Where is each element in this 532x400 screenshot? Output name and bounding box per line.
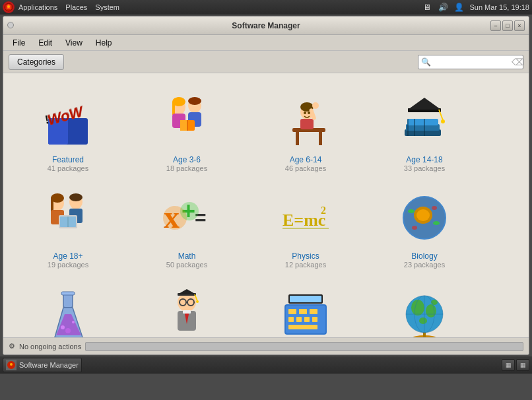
status-text: No ongoing actions — [19, 343, 81, 350]
electronics-icon — [276, 284, 335, 337]
chemistry-icon — [38, 284, 98, 337]
svg-marker-31 — [408, 98, 441, 110]
category-age614[interactable]: Age 6-14 46 packages — [246, 84, 365, 180]
age36-name: Age 3-6 — [173, 155, 201, 164]
volume-icon: 🔊 — [438, 2, 448, 13]
svg-rect-80 — [183, 310, 191, 314]
svg-rect-86 — [288, 317, 294, 322]
category-geography[interactable]: Geography 14 packages — [365, 277, 484, 337]
categories-button[interactable]: Categories — [9, 54, 64, 70]
category-age18plus[interactable]: Age 18+ 19 packages — [9, 180, 127, 277]
svg-point-60 — [433, 221, 440, 225]
taskbar-app-label: Software Manager — [19, 361, 79, 369]
age36-icon — [157, 92, 216, 151]
svg-rect-85 — [310, 309, 317, 314]
svg-rect-67 — [61, 292, 75, 295]
svg-rect-92 — [290, 296, 321, 302]
taskbar-top: Applications Places System 🖥 🔊 👤 Sun Mar… — [0, 0, 532, 15]
svg-point-12 — [188, 97, 201, 105]
category-chemistry[interactable]: Chemistry 15 packages — [9, 277, 127, 337]
category-math[interactable]: x + = Math 50 packages — [127, 180, 246, 277]
age18plus-count: 19 packages — [48, 261, 88, 269]
svg-rect-89 — [312, 317, 317, 322]
svg-point-96 — [411, 300, 424, 316]
physics-name: Physics — [292, 251, 319, 261]
svg-point-59 — [408, 209, 415, 213]
search-box[interactable]: 🔍 ⌫ — [418, 55, 523, 69]
window-minimize-btn[interactable]: − — [490, 20, 501, 31]
menubar: File Edit View Help — [3, 35, 529, 51]
statusbar: ⚙ No ongoing actions — [3, 337, 529, 354]
category-age36[interactable]: Age 3-6 18 packages — [127, 84, 246, 180]
svg-point-51 — [180, 202, 199, 220]
status-progress-bar — [85, 342, 523, 351]
age614-icon — [276, 92, 335, 151]
search-clear-icon[interactable]: ⌫ — [512, 57, 525, 67]
desktop-btn-1[interactable]: ▦ — [502, 359, 515, 371]
svg-point-97 — [426, 304, 436, 317]
svg-rect-87 — [296, 317, 302, 322]
svg-rect-88 — [304, 317, 310, 322]
age614-name: Age 6-14 — [290, 155, 322, 164]
biology-name: Biology — [411, 251, 437, 261]
featured-count: 41 packages — [48, 164, 88, 172]
biology-icon — [395, 188, 454, 248]
svg-rect-18 — [319, 132, 322, 145]
svg-rect-90 — [288, 325, 317, 329]
top-menu-items[interactable]: Applications Places System — [18, 3, 119, 11]
taskbar-right: ▦ ▦ — [502, 359, 529, 371]
svg-rect-19 — [296, 132, 299, 145]
system-tray: 🖥 🔊 👤 Sun Mar 15, 19:18 — [422, 2, 529, 13]
applications-menu[interactable]: Applications — [18, 3, 57, 11]
search-input[interactable] — [432, 57, 512, 67]
svg-point-58 — [416, 209, 430, 221]
category-featured[interactable]: WoW WoW ! Featured 41 packages — [9, 84, 127, 180]
category-physics[interactable]: E=mc 2 Physics 12 packages — [246, 180, 365, 277]
software-manager-window: Software Manager − □ × File Edit View He… — [3, 16, 529, 355]
category-biology[interactable]: Biology 23 packages — [365, 180, 484, 277]
window-maximize-btn[interactable]: □ — [502, 20, 513, 31]
window-shade-btn[interactable] — [7, 22, 14, 28]
category-electronics[interactable]: Electronics 10 packages — [246, 277, 365, 337]
edit-menu[interactable]: Edit — [33, 37, 57, 49]
svg-rect-29 — [407, 119, 438, 125]
svg-point-61 — [412, 226, 417, 230]
geography-icon — [395, 284, 454, 337]
window-title: Software Manager — [232, 21, 300, 30]
desktop-btn-2[interactable]: ▦ — [516, 359, 529, 371]
svg-rect-83 — [288, 309, 296, 314]
categories-grid: WoW WoW ! Featured 41 packages — [3, 73, 529, 337]
svg-point-25 — [304, 112, 306, 114]
age1418-icon — [395, 92, 454, 151]
age36-count: 18 packages — [166, 164, 207, 172]
featured-icon: WoW WoW ! — [38, 92, 98, 151]
places-menu[interactable]: Places — [65, 3, 87, 11]
svg-point-105 — [10, 363, 13, 366]
physics-icon: E=mc 2 — [276, 188, 335, 248]
system-menu[interactable]: System — [95, 3, 119, 11]
category-age1418[interactable]: Age 14-18 33 packages — [365, 84, 484, 180]
svg-point-24 — [312, 102, 319, 109]
datetime-display: Sun Mar 15, 19:18 — [469, 3, 529, 11]
view-menu[interactable]: View — [60, 37, 88, 49]
taskbar-app-button[interactable]: Software Manager — [3, 358, 82, 372]
user-icon: 👤 — [453, 2, 464, 13]
svg-marker-75 — [178, 289, 196, 294]
toolbar: Categories 🔍 ⌫ — [3, 51, 529, 73]
svg-point-62 — [432, 206, 437, 210]
category-teacher[interactable]: Teacher 8 packages — [127, 277, 246, 337]
svg-point-77 — [196, 300, 199, 303]
svg-rect-9 — [172, 102, 175, 115]
svg-rect-15 — [180, 120, 187, 131]
search-icon: 🔍 — [421, 57, 431, 67]
file-menu[interactable]: File — [7, 37, 30, 49]
svg-text:E=mc: E=mc — [283, 211, 325, 230]
window-controls[interactable]: − □ × — [490, 20, 525, 31]
window-close-btn[interactable]: × — [514, 20, 525, 31]
help-menu[interactable]: Help — [90, 37, 117, 49]
age18plus-name: Age 18+ — [53, 251, 83, 261]
network-icon: 🖥 — [422, 2, 432, 13]
window-minimize-area — [7, 21, 14, 30]
taskbar-bottom: Software Manager ▦ ▦ — [0, 356, 532, 374]
age1418-count: 33 packages — [404, 164, 445, 172]
